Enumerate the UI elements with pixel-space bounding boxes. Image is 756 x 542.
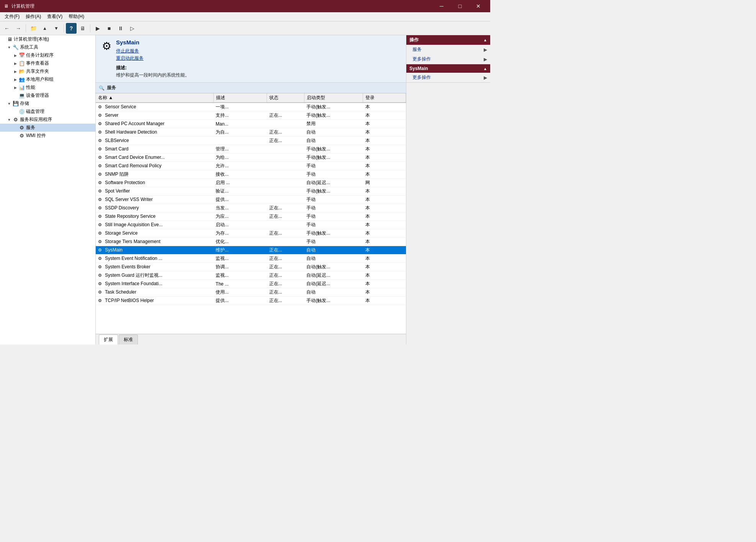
forward-button[interactable]: →: [13, 23, 24, 34]
desc-label: 描述:: [116, 65, 400, 71]
tree-toggle[interactable]: ▼: [6, 118, 12, 122]
pause-button[interactable]: ⏸: [115, 23, 126, 34]
service-startup-cell: 手动: [304, 212, 363, 221]
table-row[interactable]: ⚙Still Image Acquisition Eve... 启动... 手动…: [96, 221, 406, 229]
table-row[interactable]: ⚙SSDP Discovery 当发... 正在... 手动 本: [96, 204, 406, 212]
tree-item-performance[interactable]: ▶ 📊 性能: [0, 83, 95, 91]
table-row[interactable]: ⚙System Guard 运行时监视... 监视... 正在... 自动(延迟…: [96, 271, 406, 280]
col-header-name[interactable]: 名称 ▲: [96, 93, 213, 103]
table-row[interactable]: ⚙State Repository Service 为应... 正在... 手动…: [96, 212, 406, 221]
tree-item-shared-folders[interactable]: ▶ 📂 共享文件夹: [0, 67, 95, 75]
down-button[interactable]: ▼: [51, 23, 62, 34]
right-item-label: 更多操作: [412, 56, 431, 62]
table-row[interactable]: ⚙Storage Service 为存... 正在... 手动(触发... 本: [96, 229, 406, 238]
table-row[interactable]: ⚙Smart Card Removal Policy 允许... 手动 本: [96, 162, 406, 170]
tree-toggle[interactable]: ▶: [12, 78, 18, 82]
help-button[interactable]: ?: [66, 23, 77, 34]
service-name-cell: ⚙Server: [96, 111, 213, 120]
tree-icon: 📋: [18, 60, 25, 66]
tree-item-event-viewer[interactable]: ▶ 📋 事件查看器: [0, 59, 95, 67]
tab-standard[interactable]: 标准: [119, 335, 138, 344]
close-button[interactable]: ✕: [470, 0, 487, 12]
table-row[interactable]: ⚙Shell Hardware Detection 为自... 正在... 自动…: [96, 128, 406, 137]
tree-item-device-manager[interactable]: 💻 设备管理器: [0, 91, 95, 100]
service-status-cell: [267, 196, 304, 204]
back-button[interactable]: ←: [2, 23, 12, 34]
chevron-icon: ▲: [483, 67, 487, 71]
tree-toggle[interactable]: ▼: [6, 46, 12, 49]
service-name-cell: ⚙SysMain: [96, 246, 213, 255]
tree-item-services[interactable]: ⚙ 服务: [0, 124, 95, 132]
browse-button[interactable]: 📁: [28, 23, 39, 34]
service-desc-cell: 提供...: [213, 297, 267, 305]
table-row[interactable]: ⚙Smart Card 管理... 手动(触发... 本: [96, 145, 406, 153]
service-startup-cell: 禁用: [304, 120, 363, 128]
service-desc: 维护和提高一段时间内的系统性能。: [116, 72, 400, 78]
computer-button[interactable]: 🖥: [77, 23, 88, 34]
tree-toggle[interactable]: ▶: [12, 54, 18, 57]
tab-extended[interactable]: 扩展: [99, 335, 118, 344]
table-row[interactable]: ⚙SQL Server VSS Writer 提供... 手动 本: [96, 196, 406, 204]
table-row[interactable]: ⚙Task Scheduler 使用... 正在... 自动 本: [96, 288, 406, 297]
tree-item-local-users[interactable]: ▶ 👥 本地用户和组: [0, 75, 95, 83]
service-startup-cell: 自动(延迟...: [304, 179, 363, 187]
gear-icon: ⚙: [98, 163, 103, 169]
col-header-login[interactable]: 登录: [363, 93, 406, 103]
service-desc-cell: 管理...: [213, 145, 267, 153]
menu-help[interactable]: 帮助(H): [65, 13, 87, 21]
arrow-icon: ▶: [484, 57, 487, 62]
table-row[interactable]: ⚙TCP/IP NetBIOS Helper 提供... 正在... 手动(触发…: [96, 297, 406, 305]
col-header-startup[interactable]: 启动类型: [304, 93, 363, 103]
maximize-button[interactable]: □: [451, 0, 469, 12]
right-section-item[interactable]: 更多操作 ▶: [406, 54, 490, 64]
service-status-cell: 正在...: [267, 288, 304, 297]
table-row[interactable]: ⚙Server 支持... 正在... 手动(触发... 本: [96, 111, 406, 120]
tree-item-task-scheduler[interactable]: ▶ 📅 任务计划程序: [0, 51, 95, 59]
table-row[interactable]: ⚙Spot Verifier 验证... 手动(触发... 本: [96, 187, 406, 196]
service-login-cell: 本: [363, 103, 406, 111]
table-row[interactable]: ⚙SysMain 维护... 正在... 自动 本: [96, 246, 406, 255]
table-row[interactable]: ⚙SNMP 陷阱 接收... 手动 本: [96, 170, 406, 179]
table-row[interactable]: ⚙Smart Card Device Enumer... 为给... 手动(触发…: [96, 153, 406, 162]
table-row[interactable]: ⚙Software Protection 启用 ... 自动(延迟... 网: [96, 179, 406, 187]
right-section-item[interactable]: 更多操作 ▶: [406, 73, 490, 82]
menu-file[interactable]: 文件(F): [2, 13, 23, 21]
tree-item-system-tools[interactable]: ▼ 🔧 系统工具: [0, 43, 95, 51]
gear-icon: ⚙: [98, 239, 103, 245]
table-row[interactable]: ⚙System Events Broker 协调... 正在... 自动(触发.…: [96, 263, 406, 271]
play-button[interactable]: ▶: [92, 23, 103, 34]
table-row[interactable]: ⚙Storage Tiers Management 优化... 手动 本: [96, 238, 406, 246]
tree-item-storage[interactable]: ▼ 💾 存储: [0, 100, 95, 108]
tree-toggle[interactable]: ▼: [6, 102, 12, 106]
table-row[interactable]: ⚙Sensor Service 一项... 手动(触发... 本: [96, 103, 406, 111]
service-table-wrap[interactable]: 名称 ▲ 描述 状态 启动类型 登录 ⚙Sensor Service 一项...…: [96, 93, 406, 334]
tree-toggle[interactable]: ▶: [12, 70, 18, 73]
minimize-button[interactable]: ─: [433, 0, 450, 12]
tree-item-disk-management[interactable]: 💿 磁盘管理: [0, 108, 95, 116]
menu-action[interactable]: 操作(A): [23, 13, 44, 21]
service-name-cell: ⚙Shared PC Account Manager: [96, 120, 213, 128]
up-button[interactable]: ▲: [39, 23, 50, 34]
tree-toggle[interactable]: ▶: [12, 62, 18, 65]
restart-service-link[interactable]: 重启动此服务: [116, 55, 400, 62]
service-header: ⚙ SysMain 停止此服务 重启动此服务 描述: 维护和提高一段时间内的系统…: [96, 35, 406, 83]
table-row[interactable]: ⚙System Event Notification ... 监视... 正在.…: [96, 255, 406, 263]
service-status-cell: 正在...: [267, 229, 304, 238]
right-panel: 操作 ▲ 服务 ▶ 更多操作 ▶ SysMain ▲ 更多操作 ▶: [406, 35, 490, 344]
col-header-desc[interactable]: 描述: [213, 93, 267, 103]
table-row[interactable]: ⚙System Interface Foundati... The ... 正在…: [96, 280, 406, 288]
table-row[interactable]: ⚙SLBService 正在... 自动 本: [96, 137, 406, 145]
right-section-item[interactable]: 服务 ▶: [406, 45, 490, 54]
tree-item-wmi[interactable]: ⚙ WMI 控件: [0, 132, 95, 140]
menu-view[interactable]: 查看(V): [44, 13, 65, 21]
col-header-status[interactable]: 状态: [267, 93, 304, 103]
stop-service-link[interactable]: 停止此服务: [116, 48, 400, 54]
table-row[interactable]: ⚙Shared PC Account Manager Man... 禁用 本: [96, 120, 406, 128]
service-desc-cell: The ...: [213, 280, 267, 288]
tree-item-services-apps[interactable]: ▼ ⚙ 服务和应用程序: [0, 116, 95, 124]
stop-button[interactable]: ■: [104, 23, 115, 34]
resume-button[interactable]: ▷: [127, 23, 137, 34]
tree-item-computer-management[interactable]: 🖥 计算机管理(本地): [0, 35, 95, 43]
tree-toggle[interactable]: ▶: [12, 86, 18, 90]
service-desc-cell: 支持...: [213, 111, 267, 120]
